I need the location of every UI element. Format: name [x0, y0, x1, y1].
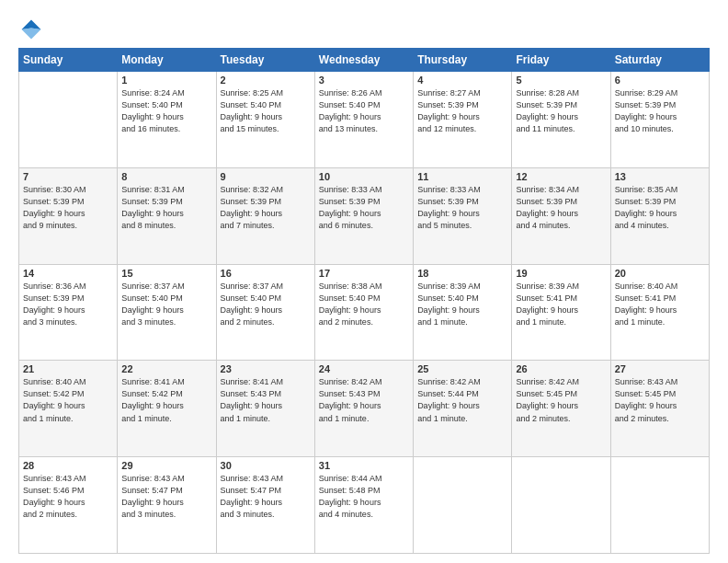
- calendar-header-wednesday: Wednesday: [314, 49, 413, 72]
- calendar-cell: 22Sunrise: 8:41 AM Sunset: 5:42 PM Dayli…: [118, 361, 216, 457]
- day-info: Sunrise: 8:36 AM Sunset: 5:39 PM Dayligh…: [23, 281, 113, 328]
- calendar-header-friday: Friday: [512, 49, 610, 72]
- calendar-table: SundayMondayTuesdayWednesdayThursdayFrid…: [18, 48, 710, 554]
- calendar-header-sunday: Sunday: [19, 49, 118, 72]
- calendar-cell: 31Sunrise: 8:44 AM Sunset: 5:48 PM Dayli…: [314, 457, 413, 554]
- calendar-week-row: 14Sunrise: 8:36 AM Sunset: 5:39 PM Dayli…: [19, 264, 710, 361]
- day-info: Sunrise: 8:33 AM Sunset: 5:39 PM Dayligh…: [417, 184, 507, 232]
- day-info: Sunrise: 8:42 AM Sunset: 5:43 PM Dayligh…: [319, 376, 409, 424]
- day-info: Sunrise: 8:32 AM Sunset: 5:39 PM Dayligh…: [221, 184, 311, 232]
- calendar-cell: 3Sunrise: 8:26 AM Sunset: 5:40 PM Daylig…: [314, 72, 413, 168]
- svg-marker-0: [22, 20, 41, 30]
- day-number: 16: [221, 268, 311, 279]
- calendar-cell: 16Sunrise: 8:37 AM Sunset: 5:40 PM Dayli…: [216, 264, 314, 361]
- calendar-cell: 1Sunrise: 8:24 AM Sunset: 5:40 PM Daylig…: [118, 72, 216, 168]
- calendar-cell: 24Sunrise: 8:42 AM Sunset: 5:43 PM Dayli…: [314, 361, 413, 457]
- day-info: Sunrise: 8:24 AM Sunset: 5:40 PM Dayligh…: [121, 87, 211, 135]
- day-number: 29: [121, 460, 211, 471]
- calendar-cell: 8Sunrise: 8:31 AM Sunset: 5:39 PM Daylig…: [118, 167, 216, 264]
- calendar-cell: 29Sunrise: 8:43 AM Sunset: 5:47 PM Dayli…: [118, 457, 216, 554]
- calendar-cell: 25Sunrise: 8:42 AM Sunset: 5:44 PM Dayli…: [414, 361, 512, 457]
- day-number: 9: [221, 171, 311, 182]
- day-info: Sunrise: 8:26 AM Sunset: 5:40 PM Dayligh…: [319, 87, 409, 135]
- calendar-cell: 4Sunrise: 8:27 AM Sunset: 5:39 PM Daylig…: [414, 72, 512, 168]
- calendar-cell: 17Sunrise: 8:38 AM Sunset: 5:40 PM Dayli…: [314, 264, 413, 361]
- calendar-cell: 11Sunrise: 8:33 AM Sunset: 5:39 PM Dayli…: [414, 167, 512, 264]
- day-number: 3: [319, 75, 409, 86]
- calendar-week-row: 28Sunrise: 8:43 AM Sunset: 5:46 PM Dayli…: [19, 457, 710, 554]
- calendar-cell: 18Sunrise: 8:39 AM Sunset: 5:40 PM Dayli…: [414, 264, 512, 361]
- calendar-cell: 30Sunrise: 8:43 AM Sunset: 5:47 PM Dayli…: [216, 457, 314, 554]
- day-number: 19: [516, 268, 606, 279]
- day-info: Sunrise: 8:41 AM Sunset: 5:43 PM Dayligh…: [221, 376, 311, 424]
- logo: [18, 17, 48, 42]
- calendar-cell: 13Sunrise: 8:35 AM Sunset: 5:39 PM Dayli…: [610, 167, 709, 264]
- day-info: Sunrise: 8:33 AM Sunset: 5:39 PM Dayligh…: [319, 184, 409, 232]
- day-info: Sunrise: 8:28 AM Sunset: 5:39 PM Dayligh…: [516, 87, 606, 135]
- calendar-header-thursday: Thursday: [414, 49, 512, 72]
- calendar-cell: [610, 457, 709, 554]
- day-info: Sunrise: 8:39 AM Sunset: 5:41 PM Dayligh…: [516, 281, 606, 328]
- day-number: 4: [417, 75, 507, 86]
- calendar-week-row: 21Sunrise: 8:40 AM Sunset: 5:42 PM Dayli…: [19, 361, 710, 457]
- calendar-cell: 5Sunrise: 8:28 AM Sunset: 5:39 PM Daylig…: [512, 72, 610, 168]
- calendar-cell: 15Sunrise: 8:37 AM Sunset: 5:40 PM Dayli…: [118, 264, 216, 361]
- calendar-cell: 26Sunrise: 8:42 AM Sunset: 5:45 PM Dayli…: [512, 361, 610, 457]
- day-info: Sunrise: 8:37 AM Sunset: 5:40 PM Dayligh…: [221, 281, 311, 328]
- day-info: Sunrise: 8:30 AM Sunset: 5:39 PM Dayligh…: [23, 184, 113, 232]
- day-info: Sunrise: 8:43 AM Sunset: 5:47 PM Dayligh…: [121, 473, 211, 521]
- day-info: Sunrise: 8:31 AM Sunset: 5:39 PM Dayligh…: [121, 184, 211, 232]
- day-number: 1: [121, 75, 211, 86]
- calendar-cell: 7Sunrise: 8:30 AM Sunset: 5:39 PM Daylig…: [19, 167, 118, 264]
- calendar-cell: 21Sunrise: 8:40 AM Sunset: 5:42 PM Dayli…: [19, 361, 118, 457]
- calendar-cell: 19Sunrise: 8:39 AM Sunset: 5:41 PM Dayli…: [512, 264, 610, 361]
- day-number: 20: [615, 268, 705, 279]
- calendar-header-tuesday: Tuesday: [216, 49, 314, 72]
- day-info: Sunrise: 8:42 AM Sunset: 5:44 PM Dayligh…: [417, 376, 507, 424]
- day-number: 23: [221, 363, 311, 374]
- calendar-cell: 10Sunrise: 8:33 AM Sunset: 5:39 PM Dayli…: [314, 167, 413, 264]
- day-info: Sunrise: 8:34 AM Sunset: 5:39 PM Dayligh…: [516, 184, 606, 232]
- day-info: Sunrise: 8:43 AM Sunset: 5:45 PM Dayligh…: [615, 376, 705, 424]
- calendar-header-row: SundayMondayTuesdayWednesdayThursdayFrid…: [19, 49, 710, 72]
- day-info: Sunrise: 8:38 AM Sunset: 5:40 PM Dayligh…: [319, 281, 409, 328]
- calendar-cell: [19, 72, 118, 168]
- day-info: Sunrise: 8:43 AM Sunset: 5:47 PM Dayligh…: [221, 473, 311, 521]
- day-number: 15: [121, 268, 211, 279]
- day-number: 11: [417, 171, 507, 182]
- calendar-week-row: 7Sunrise: 8:30 AM Sunset: 5:39 PM Daylig…: [19, 167, 710, 264]
- day-number: 2: [221, 75, 311, 86]
- day-number: 27: [615, 363, 705, 374]
- day-number: 21: [23, 363, 113, 374]
- calendar-cell: 14Sunrise: 8:36 AM Sunset: 5:39 PM Dayli…: [19, 264, 118, 361]
- header: [18, 17, 710, 42]
- calendar-cell: 27Sunrise: 8:43 AM Sunset: 5:45 PM Dayli…: [610, 361, 709, 457]
- day-number: 17: [319, 268, 409, 279]
- day-number: 6: [615, 75, 705, 86]
- day-number: 5: [516, 75, 606, 86]
- calendar-cell: [414, 457, 512, 554]
- calendar-cell: 6Sunrise: 8:29 AM Sunset: 5:39 PM Daylig…: [610, 72, 709, 168]
- day-number: 25: [417, 363, 507, 374]
- calendar-week-row: 1Sunrise: 8:24 AM Sunset: 5:40 PM Daylig…: [19, 72, 710, 168]
- day-info: Sunrise: 8:25 AM Sunset: 5:40 PM Dayligh…: [221, 87, 311, 135]
- calendar-cell: 20Sunrise: 8:40 AM Sunset: 5:41 PM Dayli…: [610, 264, 709, 361]
- day-info: Sunrise: 8:39 AM Sunset: 5:40 PM Dayligh…: [417, 281, 507, 328]
- page: SundayMondayTuesdayWednesdayThursdayFrid…: [0, 0, 728, 563]
- day-number: 30: [221, 460, 311, 471]
- calendar-cell: 28Sunrise: 8:43 AM Sunset: 5:46 PM Dayli…: [19, 457, 118, 554]
- day-number: 8: [121, 171, 211, 182]
- day-info: Sunrise: 8:42 AM Sunset: 5:45 PM Dayligh…: [516, 376, 606, 424]
- calendar-cell: [512, 457, 610, 554]
- calendar-cell: 9Sunrise: 8:32 AM Sunset: 5:39 PM Daylig…: [216, 167, 314, 264]
- day-info: Sunrise: 8:43 AM Sunset: 5:46 PM Dayligh…: [23, 473, 113, 521]
- day-number: 14: [23, 268, 113, 279]
- day-number: 18: [417, 268, 507, 279]
- calendar-cell: 2Sunrise: 8:25 AM Sunset: 5:40 PM Daylig…: [216, 72, 314, 168]
- day-number: 13: [615, 171, 705, 182]
- calendar-cell: 12Sunrise: 8:34 AM Sunset: 5:39 PM Dayli…: [512, 167, 610, 264]
- day-info: Sunrise: 8:35 AM Sunset: 5:39 PM Dayligh…: [615, 184, 705, 232]
- day-info: Sunrise: 8:27 AM Sunset: 5:39 PM Dayligh…: [417, 87, 507, 135]
- day-info: Sunrise: 8:40 AM Sunset: 5:41 PM Dayligh…: [615, 281, 705, 328]
- day-number: 26: [516, 363, 606, 374]
